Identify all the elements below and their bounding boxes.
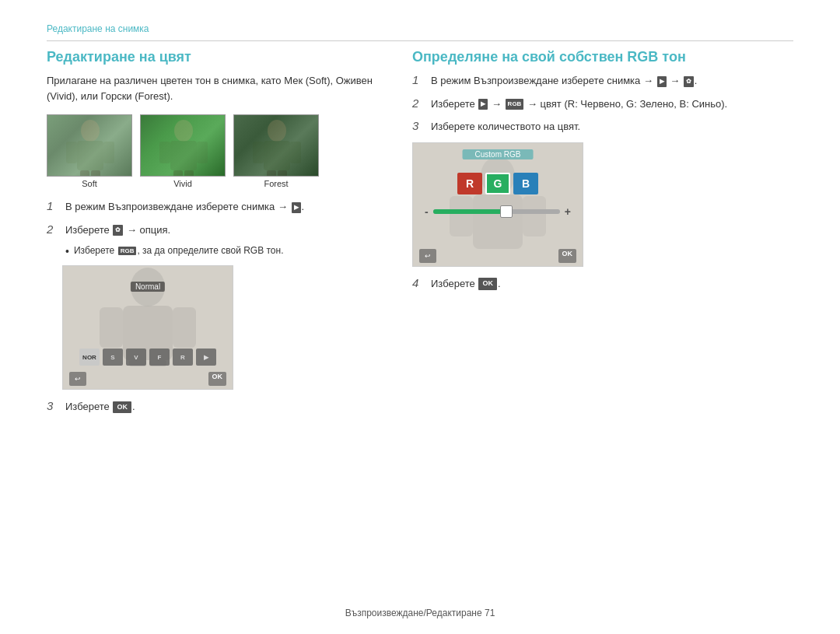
rgb-title-bar: Custom RGB [463,149,534,159]
photo-row: Soft Vivid [47,114,381,188]
rgb-minus: - [425,205,429,218]
rgb-btn-r[interactable]: R [457,173,482,194]
step-text-1: В режим Възпроизвеждане изберете снимка … [65,199,304,215]
step-text-2: Изберете ✿ → опция. [65,222,170,238]
svg-rect-1 [77,141,103,170]
right-camera-screen: Custom RGB R G B - + ↩ OK [412,142,583,267]
right-step-num-2: 2 [412,96,425,110]
right-step-3: 3 Изберете количеството на цвят. [412,119,786,135]
rgb-g-label: G [494,177,502,190]
screen-back-btn[interactable]: ↩ [69,372,86,386]
photo-vivid [140,114,226,177]
svg-rect-13 [264,141,290,170]
rgb-btn-b[interactable]: B [513,173,538,194]
page-container: Редактиране на снимка Редактиране на цвя… [0,0,840,634]
right-step-text-3: Изберете количеството на цвят. [431,119,580,135]
rgb-back-btn[interactable]: ↩ [419,249,436,263]
svg-rect-4 [80,170,89,177]
rgb-r-label: R [466,177,474,190]
photo-soft-item: Soft [47,114,132,188]
left-description: Прилагане на различен цветен тон в снимк… [47,73,381,103]
left-step-1: 1 В режим Възпроизвеждане изберете снимк… [47,199,381,215]
svg-rect-21 [173,307,196,348]
arrow-right-label: ▶ [204,354,208,361]
left-steps: 1 В режим Възпроизвеждане изберете снимк… [47,199,381,257]
photo-forest-item: Forest [233,114,319,188]
svg-rect-20 [100,307,123,348]
photo-forest-label: Forest [264,179,288,188]
svg-point-6 [174,120,193,142]
svg-rect-2 [66,142,77,163]
step-num-2: 2 [47,222,59,236]
icon-r: R [173,349,193,366]
rgb-slider-fill [433,209,503,214]
rgb-buttons-row: R G B [457,173,538,194]
right-step-text-2: Изберете ▶ → RGB → цвят (R: Червено, G: … [431,96,727,112]
screen-ok-btn[interactable]: OK [208,372,227,386]
photo-forest [233,114,319,177]
screen-icons-row: NOR S V F R ▶ [63,349,233,366]
left-section-title: Редактиране на цвят [47,49,381,65]
svg-rect-14 [253,142,264,163]
right-step-num-3: 3 [412,119,425,132]
edit-icon-right: ✿ [684,76,694,87]
right-step-num-1: 1 [412,73,425,86]
right-step-1: 1 В режим Възпроизвеждане изберете снимк… [412,73,786,89]
svg-rect-8 [159,142,170,163]
svg-rect-11 [184,170,194,177]
photo-vivid-item: Vivid [140,114,226,188]
svg-rect-15 [290,142,301,163]
f-label: F [158,354,162,361]
svg-point-0 [81,120,100,142]
arrow-icon-2: ▶ [478,99,488,110]
page-footer: Възпроизвеждане/Редактиране 71 [0,608,840,618]
right-step-num-4: 4 [412,276,425,289]
svg-rect-17 [278,170,287,177]
right-step-2: 2 Изберете ▶ → RGB → цвят (R: Червено, G… [412,96,786,112]
rgb-slider-track[interactable] [433,209,560,214]
bullet-text: Изберете RGB, за да определите свой RGB … [74,245,284,257]
screen-bottom-row: ↩ OK [63,372,233,386]
right-step-text-4: Изберете OK. [431,276,501,292]
svg-rect-25 [473,194,523,249]
svg-rect-9 [197,142,208,163]
rgb-b-label: B [522,177,530,190]
r-label: R [180,354,185,361]
rgb-icon-2: RGB [506,99,524,110]
icon-nor: NOR [79,349,100,366]
svg-rect-16 [267,170,276,177]
right-step-4: 4 Изберете OK. [412,276,786,292]
edit-icon: ✿ [113,225,123,236]
main-content: Редактиране на цвят Прилагане на различе… [47,49,793,422]
ok-label-right: OK [478,278,497,290]
rgb-screen-bg [413,143,583,266]
rgb-slider-thumb [500,205,513,218]
v-label: V [134,354,138,361]
step-num-1: 1 [47,199,59,212]
rgb-plus: + [565,205,571,218]
step-text-3: Изберете OK. [65,399,135,415]
left-step-3: 3 Изберете OK. [47,399,381,415]
rgb-screen-bottom: ↩ OK [413,249,583,263]
photo-soft [47,114,132,177]
rgb-btn-g[interactable]: G [485,173,510,194]
photo-vivid-label: Vivid [173,179,192,188]
play-icon: ▶ [292,202,301,213]
nor-label: NOR [82,354,96,361]
left-step-2: 2 Изберете ✿ → опция. [47,222,381,238]
ok-label-left: OK [113,401,131,414]
right-step-text-1: В режим Възпроизвеждане изберете снимка … [431,73,697,89]
icon-v: V [126,349,146,366]
rgb-slider-row: - + [425,205,571,218]
left-column: Редактиране на цвят Прилагане на различе… [47,49,381,422]
bullet-rgb: • Изберете RGB, за да определите свой RG… [65,245,381,257]
right-section-title: Определяне на свой собствен RGB тон [412,49,786,65]
rgb-ok-btn[interactable]: OK [558,249,577,263]
bullet-dot: • [65,245,69,257]
left-camera-screen: Normal NOR S V F R ▶ ↩ OK [62,265,233,390]
svg-rect-10 [173,170,183,177]
step-num-3: 3 [47,399,59,412]
s-label: S [110,354,114,361]
photo-soft-label: Soft [82,179,97,188]
icon-f: F [149,349,170,366]
